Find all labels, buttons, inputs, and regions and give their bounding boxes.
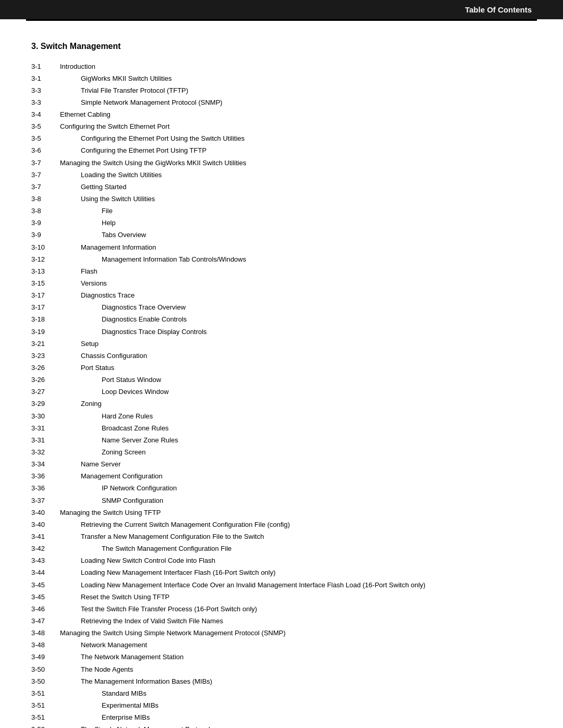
toc-entry-text: Using the Switch Utilities bbox=[60, 193, 532, 205]
toc-row: 3-29Zoning bbox=[31, 398, 532, 410]
chapter-title: 3. Switch Management bbox=[31, 42, 532, 51]
page-container: Table Of Contents 3. Switch Management 3… bbox=[0, 0, 563, 728]
toc-row: 3-36Management Configuration bbox=[31, 471, 532, 483]
toc-row: 3-40Retrieving the Current Switch Manage… bbox=[31, 519, 532, 530]
toc-page-num: 3-9 bbox=[31, 217, 60, 229]
toc-row: 3-18Diagnostics Enable Controls bbox=[31, 314, 532, 326]
toc-entry-text: Loading New Switch Control Code into Fla… bbox=[60, 555, 532, 567]
toc-entry-text: Ethernet Cabling bbox=[60, 109, 532, 121]
toc-row: 3-8File bbox=[31, 205, 532, 217]
toc-row: 3-10Management Information bbox=[31, 241, 532, 253]
toc-row: 3-48Managing the Switch Using Simple Net… bbox=[31, 627, 532, 639]
toc-row: 3-31Name Server Zone Rules bbox=[31, 434, 532, 446]
toc-entry-text: SNMP Configuration bbox=[60, 495, 532, 507]
toc-entry-text: Enterprise MIBs bbox=[60, 712, 532, 724]
toc-row: 3-49The Network Management Station bbox=[31, 651, 532, 663]
toc-row: 3-43Loading New Switch Control Code into… bbox=[31, 555, 532, 567]
toc-row: 3-12Management Information Tab Controls/… bbox=[31, 253, 532, 265]
main-content: 3. Switch Management 3-1Introduction3-1G… bbox=[0, 21, 563, 728]
toc-row: 3-9Help bbox=[31, 217, 532, 229]
toc-page-num: 3-10 bbox=[31, 241, 60, 253]
toc-entry-text: IP Network Configuration bbox=[60, 483, 532, 495]
toc-row: 3-50The Management Information Bases (MI… bbox=[31, 675, 532, 687]
toc-page-num: 3-40 bbox=[31, 507, 60, 519]
toc-page-num: 3-6 bbox=[31, 145, 60, 157]
toc-page-num: 3-13 bbox=[31, 265, 60, 277]
toc-page-num: 3-3 bbox=[31, 96, 60, 108]
toc-entry-text: GigWorks MKII Switch Utilities bbox=[60, 72, 532, 84]
toc-entry-text: Port Status Window bbox=[60, 374, 532, 386]
toc-row: 3-4Ethernet Cabling bbox=[31, 109, 532, 121]
toc-row: 3-36IP Network Configuration bbox=[31, 483, 532, 495]
toc-entry-text: Loop Devices Window bbox=[60, 386, 532, 398]
toc-entry-text: Standard MIBs bbox=[60, 687, 532, 699]
toc-page-num: 3-1 bbox=[31, 60, 60, 72]
toc-row: 3-48Network Management bbox=[31, 639, 532, 651]
toc-row: 3-45Reset the Switch Using TFTP bbox=[31, 591, 532, 603]
toc-page-num: 3-51 bbox=[31, 699, 60, 711]
toc-entry-text: Introduction bbox=[60, 60, 532, 72]
toc-row: 3-30Hard Zone Rules bbox=[31, 410, 532, 422]
toc-page-num: 3-23 bbox=[31, 350, 60, 362]
toc-entry-text: Hard Zone Rules bbox=[60, 410, 532, 422]
toc-row: 3-5Configuring the Ethernet Port Using t… bbox=[31, 133, 532, 145]
toc-entry-text: Retrieving the Index of Valid Switch Fil… bbox=[60, 615, 532, 627]
toc-row: 3-5Configuring the Switch Ethernet Port bbox=[31, 121, 532, 133]
header-title: Table Of Contents bbox=[465, 5, 532, 14]
toc-entry-text: The Management Information Bases (MIBs) bbox=[60, 675, 532, 687]
toc-entry-text: Help bbox=[60, 217, 532, 229]
toc-row: 3-1Introduction bbox=[31, 60, 532, 72]
toc-row: 3-45Loading New Management Interface Cod… bbox=[31, 579, 532, 591]
toc-page-num: 3-48 bbox=[31, 639, 60, 651]
toc-entry-text: Name Server bbox=[60, 459, 532, 471]
toc-entry-text: Name Server Zone Rules bbox=[60, 434, 532, 446]
toc-row: 3-19Diagnostics Trace Display Controls bbox=[31, 326, 532, 338]
toc-entry-text: Loading New Management Interfacer Flash … bbox=[60, 567, 532, 579]
toc-row: 3-3Simple Network Management Protocol (S… bbox=[31, 96, 532, 108]
toc-page-num: 3-7 bbox=[31, 181, 60, 193]
toc-row: 3-37SNMP Configuration bbox=[31, 495, 532, 507]
toc-row: 3-51Standard MIBs bbox=[31, 687, 532, 699]
toc-entry-text: Zoning Screen bbox=[60, 447, 532, 459]
toc-page-num: 3-36 bbox=[31, 483, 60, 495]
toc-entry-text: The Switch Management Configuration File bbox=[60, 543, 532, 555]
toc-page-num: 3-31 bbox=[31, 434, 60, 446]
toc-entry-text: Getting Started bbox=[60, 181, 532, 193]
toc-entry-text: Reset the Switch Using TFTP bbox=[60, 591, 532, 603]
toc-page-num: 3-5 bbox=[31, 133, 60, 145]
toc-entry-text: The Network Management Station bbox=[60, 651, 532, 663]
toc-page-num: 3-1 bbox=[31, 72, 60, 84]
toc-page-num: 3-45 bbox=[31, 579, 60, 591]
toc-page-num: 3-19 bbox=[31, 326, 60, 338]
toc-row: 3-17Diagnostics Trace Overview bbox=[31, 302, 532, 314]
toc-page-num: 3-8 bbox=[31, 193, 60, 205]
toc-row: 3-46Test the Switch File Transfer Proces… bbox=[31, 603, 532, 615]
toc-entry-text: The Node Agents bbox=[60, 663, 532, 675]
toc-row: 3-1GigWorks MKII Switch Utilities bbox=[31, 72, 532, 84]
toc-row: 3-9Tabs Overview bbox=[31, 229, 532, 241]
toc-page-num: 3-41 bbox=[31, 530, 60, 542]
toc-row: 3-42The Switch Management Configuration … bbox=[31, 543, 532, 555]
toc-entry-text: Managing the Switch Using Simple Network… bbox=[60, 627, 532, 639]
toc-page-num: 3-17 bbox=[31, 290, 60, 302]
toc-entry-text: File bbox=[60, 205, 532, 217]
toc-entry-text: Management Information bbox=[60, 241, 532, 253]
toc-entry-text: Management Information Tab Controls/Wind… bbox=[60, 253, 532, 265]
toc-page-num: 3-52 bbox=[31, 724, 60, 728]
toc-row: 3-27Loop Devices Window bbox=[31, 386, 532, 398]
toc-entry-text: Simple Network Management Protocol (SNMP… bbox=[60, 96, 532, 108]
toc-entry-text: Trivial File Transfer Protocol (TFTP) bbox=[60, 84, 532, 96]
toc-row: 3-7Getting Started bbox=[31, 181, 532, 193]
toc-entry-text: Flash bbox=[60, 265, 532, 277]
toc-page-num: 3-15 bbox=[31, 278, 60, 290]
toc-entry-text: Configuring the Ethernet Port Using TFTP bbox=[60, 145, 532, 157]
toc-entry-text: Tabs Overview bbox=[60, 229, 532, 241]
toc-page-num: 3-44 bbox=[31, 567, 60, 579]
toc-entry-text: Loading New Management Interface Code Ov… bbox=[60, 579, 532, 591]
toc-page-num: 3-17 bbox=[31, 302, 60, 314]
toc-page-num: 3-29 bbox=[31, 398, 60, 410]
toc-row: 3-47Retrieving the Index of Valid Switch… bbox=[31, 615, 532, 627]
toc-page-num: 3-7 bbox=[31, 169, 60, 181]
toc-entry-text: Versions bbox=[60, 278, 532, 290]
toc-entry-text: Managing the Switch Using TFTP bbox=[60, 507, 532, 519]
